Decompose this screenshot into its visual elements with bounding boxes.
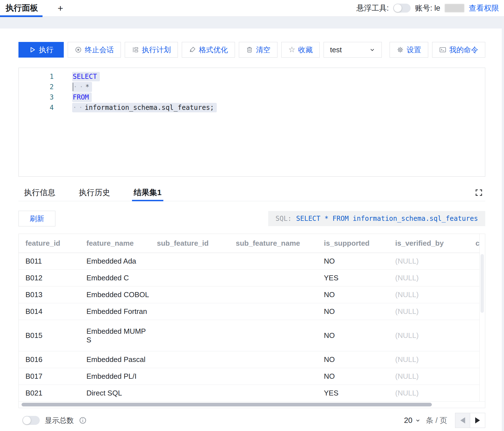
column-header-is-verified-by[interactable]: is_verified_by (388, 239, 469, 248)
pager-buttons (455, 413, 485, 428)
account-label: 账号: le (415, 3, 440, 13)
result-table-body: B011Embedded AdaNO(NULL)B012Embedded CYE… (19, 253, 485, 402)
info-icon[interactable] (79, 416, 87, 424)
database-select-value: test (330, 46, 342, 54)
table-cell-is-verified-by: (NULL) (388, 274, 469, 282)
run-button[interactable]: 执行 (18, 42, 64, 58)
line-number: 2 (19, 83, 54, 91)
sql-query-text: SELECT * FROM information_schema.sql_fea… (296, 215, 478, 222)
code-line: SELECT (72, 72, 100, 81)
database-select[interactable]: test (324, 42, 382, 58)
table-cell-feature-id: B016 (19, 355, 80, 364)
results-toolbar: 刷新 SQL: SELECT * FROM information_schema… (18, 211, 485, 226)
result-table: feature_id feature_name sub_feature_id s… (18, 234, 485, 408)
page-scrollbar-track[interactable] (502, 17, 504, 431)
table-cell-is-supported: NO (317, 331, 388, 340)
per-page-label: 条 / 页 (426, 415, 447, 425)
table-cell-feature-id: B014 (19, 307, 80, 316)
top-tab-bar: 执行面板 + 悬浮工具: 账号: le 查看权限 (0, 0, 504, 17)
next-page-button[interactable] (470, 413, 485, 428)
execution-plan-button[interactable]: 执行计划 (125, 42, 178, 58)
line-number: 3 (19, 93, 54, 101)
floating-tools-toggle[interactable] (393, 4, 411, 13)
my-commands-button[interactable]: 我的命令 (432, 42, 485, 58)
table-cell-feature-name: Embedded COBOL (80, 290, 150, 299)
favorite-button[interactable]: ☆ 收藏 (281, 42, 320, 58)
column-header-is-supported[interactable]: is_supported (317, 239, 388, 248)
prev-page-button[interactable] (455, 413, 470, 428)
token-keyword: SELECT (73, 73, 97, 80)
vertical-scroll-thumb[interactable] (481, 254, 484, 313)
execution-plan-icon (132, 46, 139, 53)
terminate-session-button[interactable]: 终止会话 (68, 42, 121, 58)
table-cell-feature-name: Direct SQL (80, 389, 150, 397)
executed-sql-bar: SQL: SELECT * FROM information_schema.sq… (268, 211, 485, 226)
table-cell-is-supported: NO (317, 257, 388, 266)
toggle-knob (394, 4, 402, 12)
column-header-sub-feature-id[interactable]: sub_feature_id (150, 239, 229, 248)
result-tab-bar: 执行信息 执行历史 结果集1 (18, 184, 485, 201)
clear-button[interactable]: 清空 (239, 42, 277, 58)
active-tab-underline (0, 15, 43, 17)
editor-line: 1SELECT (19, 71, 485, 82)
brush-icon (189, 46, 196, 53)
column-header-feature-name[interactable]: feature_name (80, 239, 150, 248)
floating-tools-label: 悬浮工具: (356, 3, 389, 13)
table-cell-is-supported: NO (317, 372, 388, 381)
refresh-button[interactable]: 刷新 (18, 211, 55, 226)
clear-label: 清空 (256, 45, 270, 55)
token-keyword: FROM (73, 93, 89, 101)
code-line: ··information_schema.sql_features; (72, 103, 217, 112)
table-cell-is-supported: YES (317, 274, 388, 282)
settings-button[interactable]: 设置 (390, 42, 428, 58)
table-cell-is-verified-by: (NULL) (388, 331, 469, 340)
column-header-feature-id[interactable]: feature_id (19, 239, 80, 248)
execution-panel-page: 执行面板 + 悬浮工具: 账号: le 查看权限 执行 终止 (0, 0, 504, 431)
table-cell-is-verified-by: (NULL) (388, 257, 469, 266)
chevron-down-icon (369, 47, 375, 53)
sql-toolbar: 执行 终止会话 执行计划 格式优化 (18, 42, 485, 58)
pagination-group: 20 条 / 页 (404, 413, 485, 428)
table-cell-is-verified-by: (NULL) (388, 290, 469, 299)
run-label: 执行 (39, 45, 53, 55)
fullscreen-icon[interactable] (475, 188, 483, 197)
table-cell-feature-id: B015 (19, 331, 80, 340)
toggle-knob (23, 416, 31, 424)
column-header-sub-feature-name[interactable]: sub_feature_name (229, 239, 317, 248)
table-cell-is-verified-by: (NULL) (388, 372, 469, 381)
tab-execution-history[interactable]: 执行历史 (79, 184, 110, 201)
format-optimize-button[interactable]: 格式优化 (182, 42, 235, 58)
sql-label: SQL: (275, 215, 292, 222)
table-row: B013Embedded COBOLNO(NULL) (19, 286, 485, 303)
sql-editor[interactable]: 1SELECT2··*3FROM4··information_schema.sq… (18, 68, 485, 177)
selection-highlight: ··* (72, 82, 92, 92)
arrow-left-icon (460, 417, 465, 423)
table-cell-feature-name: Embedded C (80, 274, 150, 282)
show-total-toggle[interactable] (22, 416, 40, 425)
new-tab-button[interactable]: + (58, 3, 63, 13)
table-row: B015Embedded MUMP SNO(NULL) (19, 320, 485, 351)
table-cell-feature-id: B017 (19, 372, 80, 381)
account-redacted (445, 4, 464, 12)
table-vertical-scrollbar[interactable] (479, 234, 485, 401)
tab-execution-panel[interactable]: 执行面板 (6, 3, 38, 14)
table-cell-feature-id: B011 (19, 257, 80, 266)
page-size-value: 20 (404, 416, 412, 425)
table-cell-is-supported: NO (317, 307, 388, 316)
line-number: 4 (19, 104, 54, 112)
tab-execution-info[interactable]: 执行信息 (24, 184, 55, 201)
table-cell-feature-name: Embedded Fortran (80, 307, 150, 316)
horizontal-scroll-thumb[interactable] (22, 403, 432, 406)
tab-result-set-1[interactable]: 结果集1 (134, 184, 162, 201)
selection-highlight: SELECT (72, 72, 100, 81)
table-row: B012Embedded CYES(NULL) (19, 270, 485, 286)
arrow-right-icon (475, 417, 480, 423)
column-header-clipped[interactable]: c (469, 239, 480, 248)
main-panel: 执行 终止会话 执行计划 格式优化 (0, 29, 504, 428)
table-horizontal-scrollbar[interactable] (19, 402, 485, 408)
page-size-select[interactable]: 20 (404, 416, 421, 425)
table-cell-feature-name: Embedded PL/I (80, 372, 150, 381)
token-operator: * (85, 83, 89, 91)
view-permissions-link[interactable]: 查看权限 (469, 3, 499, 13)
page-background-band (0, 17, 504, 29)
